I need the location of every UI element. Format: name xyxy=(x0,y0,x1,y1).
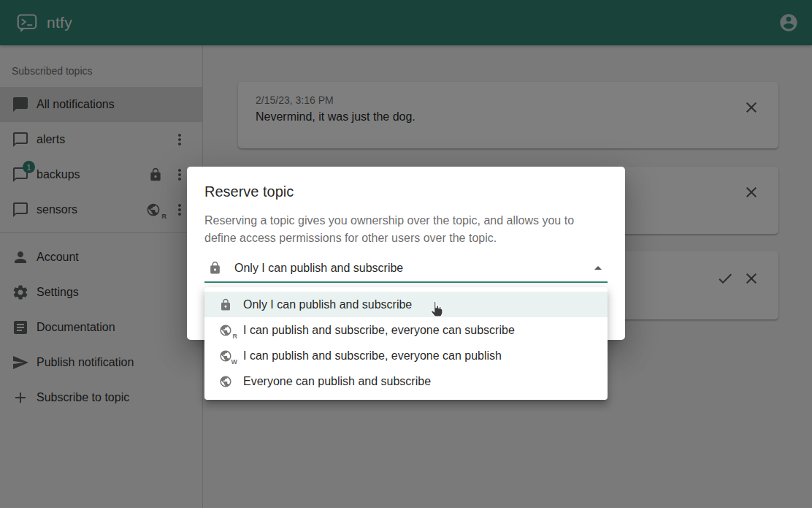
select-value: Only I can publish and subscribe xyxy=(234,262,403,275)
menu-option-everyone-can-publish[interactable]: W I can publish and subscribe, everyone … xyxy=(204,343,608,368)
access-permission-menu: Only I can publish and subscribe R I can… xyxy=(204,287,608,400)
dialog-description: Reserving a topic gives you ownership ov… xyxy=(204,212,608,247)
menu-option-everyone-can-subscribe[interactable]: R I can publish and subscribe, everyone … xyxy=(204,317,608,343)
globe-write-icon: W xyxy=(219,349,232,363)
lock-icon xyxy=(208,261,222,275)
globe-icon xyxy=(219,375,232,388)
arrow-drop-up-icon xyxy=(589,259,607,277)
access-permission-select[interactable]: Only I can publish and subscribe xyxy=(204,254,608,283)
menu-option-only-me[interactable]: Only I can publish and subscribe xyxy=(204,292,608,317)
dialog-title: Reserve topic xyxy=(204,183,608,200)
menu-option-everyone[interactable]: Everyone can publish and subscribe xyxy=(204,368,608,394)
globe-read-icon: R xyxy=(219,324,232,337)
lock-icon xyxy=(219,298,232,311)
